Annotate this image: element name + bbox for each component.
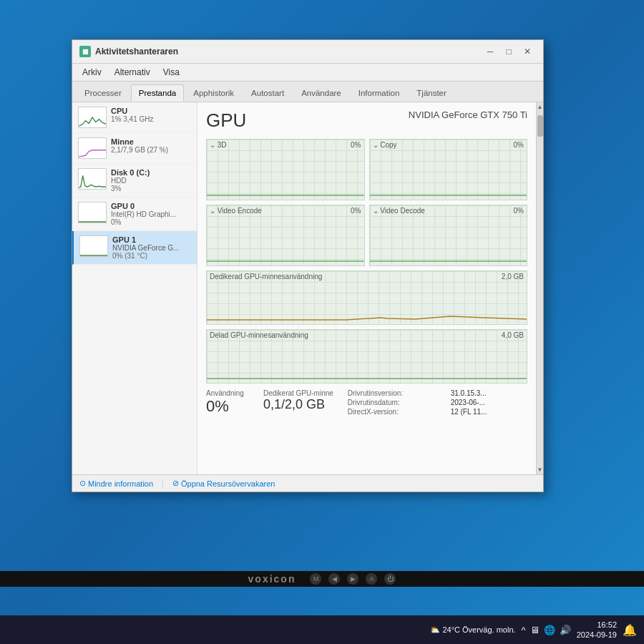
monitor-btn-next[interactable]: ▶ [347, 573, 358, 585]
scroll-up-icon[interactable]: ▲ [536, 102, 545, 112]
gpu-graphs-grid: ⌄ 3D 0% ⌄ Copy 0% ⌄ Vide [206, 139, 527, 266]
tab-prestanda[interactable]: Prestanda [131, 84, 184, 102]
disk-name: Disk 0 (C:) [111, 168, 191, 177]
stat-mem-val: 0,1/2,0 GB [263, 397, 333, 413]
memory-info: Minne 2,1/7,9 GB (27 %) [111, 137, 191, 154]
sidebar: CPU 1% 3,41 GHz Minne 2,1/7,9 GB (27 %) [72, 102, 197, 474]
taskbar-weather: ⛅ 24°C Överväg. moln. [430, 625, 515, 635]
dedicated-mem-label-row: Dedikerad GPU-minnesanvändning 2,0 GB [207, 271, 527, 282]
menu-arkiv[interactable]: Arkiv [77, 65, 107, 79]
disk-mini-chart [78, 168, 107, 190]
cpu-name: CPU [111, 107, 191, 115]
gpu0-detail2: Intel(R) HD Graphi... [111, 210, 191, 218]
tab-apphistorik[interactable]: Apphistorik [185, 84, 242, 102]
shared-mem-label-row: Delad GPU-minnesanvändning 4,0 GB [207, 330, 527, 341]
weather-icon: ⛅ [430, 625, 440, 635]
monitor-btn-prev[interactable]: ◀ [328, 573, 340, 585]
scrollbar[interactable]: ▲ ▼ [536, 102, 543, 474]
monitor-btn-a[interactable]: A [366, 573, 377, 585]
graph-decode-label: ⌄ Video Decode [373, 207, 425, 215]
gpu1-name: GPU 1 [112, 235, 191, 244]
disk-detail2: HDD [111, 177, 191, 185]
memory-name: Minne [111, 137, 191, 146]
sidebar-item-disk[interactable]: Disk 0 (C:) HDD 3% [72, 164, 197, 197]
gpu-model: NVIDIA GeForce GTX 750 Ti [409, 109, 527, 120]
tab-bar: Processer Prestanda Apphistorik Autostar… [72, 82, 543, 102]
chevron-up-icon[interactable]: ^ [522, 625, 526, 635]
chevron-icon: ⊙ [79, 479, 86, 488]
dedicated-mem-svg [207, 282, 527, 321]
gpu1-detail: 0% (31 °C) [112, 252, 191, 260]
monitor-btn-power[interactable]: ⏻ [384, 573, 396, 585]
maximize-button[interactable]: □ [500, 44, 517, 59]
monitor-brand: voxicon [248, 573, 296, 585]
graph-encode-pct: 0% [351, 207, 361, 215]
notification-icon[interactable]: 🔔 [623, 623, 637, 637]
clock-time: 16:52 [577, 620, 617, 630]
taskbar-system-icons: ^ 🖥 🌐 🔊 [522, 625, 571, 635]
window-controls: ─ □ ✕ [482, 44, 536, 59]
gpu1-info: GPU 1 NVIDIA GeForce G... 0% (31 °C) [112, 235, 191, 260]
task-manager-window: ▦ Aktivitetshanteraren ─ □ ✕ Arkiv Alter… [72, 39, 544, 492]
disk-detail: 3% [111, 185, 191, 192]
title-bar-left: ▦ Aktivitetshanteraren [79, 46, 178, 57]
tab-autostart[interactable]: Autostart [243, 84, 292, 102]
scroll-thumb[interactable] [537, 115, 543, 137]
minimize-button[interactable]: ─ [482, 44, 499, 59]
desktop: ▦ Aktivitetshanteraren ─ □ ✕ Arkiv Alter… [0, 0, 644, 615]
close-button[interactable]: ✕ [519, 44, 536, 59]
open-monitor-link[interactable]: ⊘ Öppna Resursövervakaren [172, 479, 275, 488]
gpu-title: GPU [206, 109, 246, 132]
driver-label3: DirectX-version: [348, 408, 444, 416]
taskbar-icon2: 🌐 [544, 625, 555, 635]
graph-decode-pct: 0% [514, 207, 524, 215]
scroll-down-icon[interactable]: ▼ [536, 465, 545, 474]
graph-copy-pct: 0% [514, 141, 524, 149]
cpu-detail: 1% 3,41 GHz [111, 115, 191, 123]
driver-val2: 2023-06-... [451, 399, 527, 406]
driver-val3: 12 (FL 11... [451, 408, 527, 416]
monitor-bezel: voxicon M ◀ ▶ A ⏻ [0, 571, 644, 587]
menu-bar: Arkiv Alternativ Visa [72, 64, 543, 82]
gpu1-mini-chart [79, 235, 108, 257]
content-area: CPU 1% 3,41 GHz Minne 2,1/7,9 GB (27 %) [72, 102, 543, 474]
gpu1-detail2: NVIDIA GeForce G... [112, 244, 191, 252]
stat-driver-info: Drivrutinsversion: 31.0.15.3... Drivruti… [348, 389, 527, 416]
sidebar-item-cpu[interactable]: CPU 1% 3,41 GHz [72, 102, 197, 133]
taskbar-clock: 16:52 2024-09-19 [577, 620, 617, 640]
stat-usage-val: 0% [206, 397, 249, 416]
dedicated-mem-max: 2,0 GB [502, 273, 524, 280]
cpu-info: CPU 1% 3,41 GHz [111, 107, 191, 123]
graph-decode: ⌄ Video Decode 0% [369, 205, 528, 266]
gpu0-mini-chart [78, 202, 107, 223]
graph-3d-label: ⌄ 3D [210, 141, 227, 149]
stats-row: Användning 0% Dedikerat GPU-minne 0,1/2,… [206, 389, 527, 416]
dedicated-mem-graph: Dedikerad GPU-minnesanvändning 2,0 GB [206, 270, 527, 325]
gpu0-detail: 0% [111, 218, 191, 226]
volume-icon[interactable]: 🔊 [560, 625, 571, 635]
sidebar-item-memory[interactable]: Minne 2,1/7,9 GB (27 %) [72, 133, 197, 164]
shared-mem-max: 4,0 GB [502, 331, 524, 339]
shared-mem-label: Delad GPU-minnesanvändning [210, 331, 308, 339]
window-title: Aktivitetshanteraren [95, 47, 178, 57]
graph-3d: ⌄ 3D 0% [206, 139, 365, 200]
graph-copy-label: ⌄ Copy [373, 141, 397, 149]
memory-detail: 2,1/7,9 GB (27 %) [111, 146, 191, 154]
monitor-btn-m[interactable]: M [310, 573, 321, 585]
tab-tjanster[interactable]: Tjänster [409, 84, 454, 102]
shared-mem-svg [207, 341, 527, 380]
main-panel: GPU NVIDIA GeForce GTX 750 Ti ⌄ 3D 0% ⌄ … [197, 102, 536, 474]
stat-mem-label: Dedikerat GPU-minne [263, 389, 333, 397]
less-info-link[interactable]: ⊙ Mindre information [79, 479, 153, 488]
tab-processer[interactable]: Processer [77, 84, 130, 102]
sidebar-item-gpu1[interactable]: GPU 1 NVIDIA GeForce G... 0% (31 °C) [72, 231, 197, 265]
tab-information[interactable]: Information [351, 84, 408, 102]
sidebar-item-gpu0[interactable]: GPU 0 Intel(R) HD Graphi... 0% [72, 197, 197, 231]
tab-anvandare[interactable]: Användare [293, 84, 349, 102]
menu-visa[interactable]: Visa [157, 65, 185, 79]
weather-text: 24°C Överväg. moln. [442, 625, 515, 634]
taskbar: ⛅ 24°C Överväg. moln. ^ 🖥 🌐 🔊 16:52 2024… [0, 615, 644, 644]
dedicated-mem-label: Dedikerad GPU-minnesanvändning [210, 273, 322, 280]
menu-alternativ[interactable]: Alternativ [109, 65, 156, 79]
driver-val1: 31.0.15.3... [451, 389, 527, 397]
